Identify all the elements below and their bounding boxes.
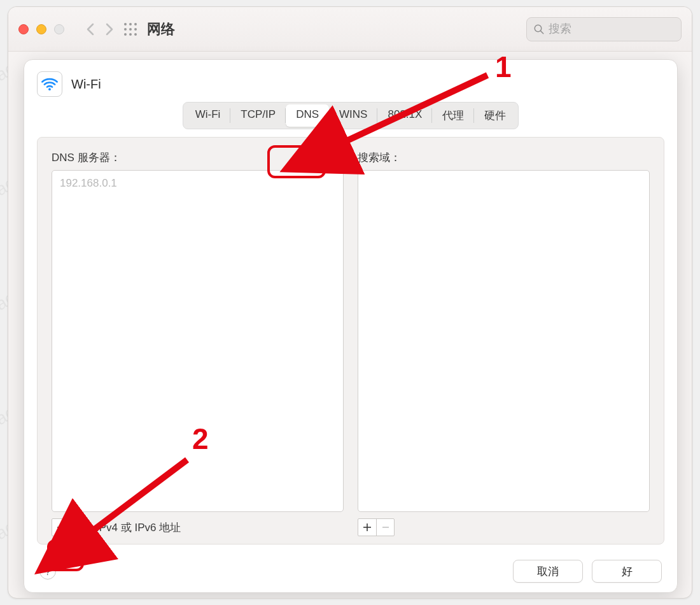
search-input[interactable]	[549, 22, 675, 36]
svg-point-0	[124, 23, 127, 25]
forward-button	[100, 20, 119, 39]
sheet-footer: ? 取消 好	[24, 550, 677, 592]
svg-point-3	[124, 28, 127, 31]
search-domains-column: 搜索域：	[358, 150, 650, 536]
search-domains-list[interactable]	[358, 170, 650, 512]
show-all-icon[interactable]	[123, 22, 138, 37]
ok-button[interactable]: 好	[592, 560, 662, 583]
cancel-button[interactable]: 取消	[513, 560, 583, 583]
search-field[interactable]	[526, 17, 682, 41]
connection-name: Wi-Fi	[71, 77, 101, 92]
dns-servers-column: DNS 服务器： 192.168.0.1 IPv4 或 IPv6 地址	[52, 150, 344, 536]
tab-8021x[interactable]: 802.1X	[377, 104, 432, 127]
search-icon	[533, 24, 545, 35]
tab-wins[interactable]: WINS	[329, 104, 377, 127]
tab-tcpip[interactable]: TCP/IP	[230, 104, 286, 127]
search-domains-label: 搜索域：	[358, 150, 650, 165]
svg-point-8	[134, 33, 137, 36]
tab-wifi[interactable]: Wi-Fi	[185, 104, 231, 127]
svg-point-11	[48, 88, 51, 90]
dns-add-hint: IPv4 或 IPv6 地址	[96, 520, 181, 535]
tab-dns[interactable]: DNS	[286, 104, 329, 127]
tab-proxy[interactable]: 代理	[432, 104, 474, 127]
remove-dns-button	[70, 519, 88, 536]
preferences-window: 网络 Wi-Fi Wi-Fi TCP/IP DNS	[8, 6, 692, 599]
back-button	[81, 20, 100, 39]
dns-servers-list[interactable]: 192.168.0.1	[52, 170, 344, 512]
titlebar: 网络	[8, 7, 692, 52]
wifi-icon	[37, 71, 62, 97]
minimize-window-button[interactable]	[36, 24, 46, 34]
remove-domain-button	[376, 519, 394, 536]
svg-line-10	[540, 31, 543, 34]
dns-add-remove-group	[52, 518, 88, 536]
advanced-sheet: Wi-Fi Wi-Fi TCP/IP DNS WINS 802.1X 代理 硬件…	[24, 59, 678, 593]
dns-servers-label: DNS 服务器：	[52, 150, 344, 165]
svg-point-4	[129, 28, 132, 31]
add-dns-button[interactable]	[52, 519, 70, 536]
tab-bar: Wi-Fi TCP/IP DNS WINS 802.1X 代理 硬件	[183, 102, 519, 129]
zoom-window-button	[54, 24, 64, 34]
svg-point-6	[124, 33, 127, 36]
tab-hardware[interactable]: 硬件	[474, 104, 516, 127]
window-controls	[18, 24, 64, 34]
svg-point-2	[134, 23, 137, 25]
help-button[interactable]: ?	[39, 563, 56, 580]
svg-point-7	[129, 33, 132, 36]
svg-point-5	[134, 28, 137, 31]
window-title: 网络	[147, 20, 175, 39]
dns-panel: DNS 服务器： 192.168.0.1 IPv4 或 IPv6 地址	[37, 137, 664, 544]
domain-add-remove-group	[358, 518, 395, 536]
sheet-header: Wi-Fi	[24, 60, 677, 104]
close-window-button[interactable]	[18, 24, 29, 34]
dns-server-item[interactable]: 192.168.0.1	[60, 177, 335, 190]
svg-point-1	[129, 23, 132, 25]
add-domain-button[interactable]	[358, 519, 376, 536]
